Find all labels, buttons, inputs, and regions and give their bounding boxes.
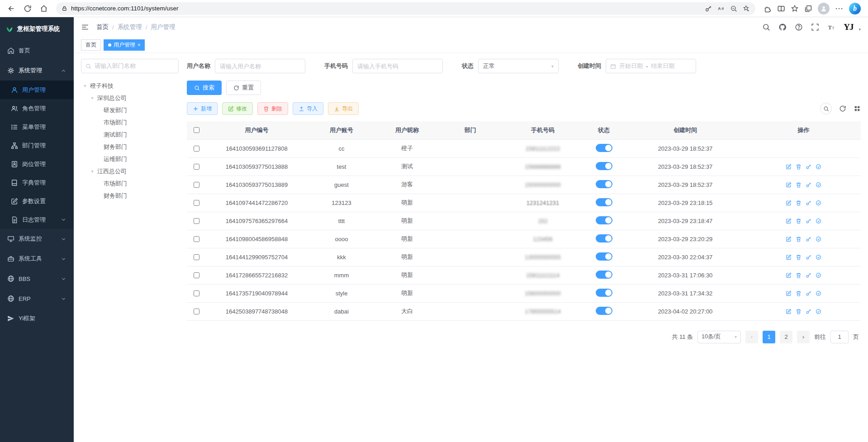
browser-back-button[interactable] xyxy=(5,2,18,15)
read-aloud-icon[interactable] xyxy=(717,5,725,12)
tab-home[interactable]: 首页 xyxy=(81,39,101,51)
tree-node-dept[interactable]: 运维部门 xyxy=(81,153,179,165)
sidebar-item-menu-mgmt[interactable]: 菜单管理 xyxy=(0,118,74,136)
sidebar-item-log-mgmt[interactable]: 日志管理 xyxy=(0,210,74,229)
row-edit-icon[interactable] xyxy=(786,200,792,206)
goto-page-input[interactable] xyxy=(830,331,849,343)
next-page-button[interactable]: › xyxy=(797,331,810,343)
row-assign-role-icon[interactable] xyxy=(816,254,821,260)
row-assign-role-icon[interactable] xyxy=(816,236,821,242)
sidebar-item-system-tools[interactable]: 系统工具 xyxy=(0,249,74,269)
tree-node-root[interactable]: ▾橙子科技 xyxy=(81,80,179,92)
sidebar-item-user-mgmt[interactable]: 用户管理 xyxy=(0,81,74,99)
row-delete-icon[interactable] xyxy=(796,290,802,296)
sidebar-item-bbs[interactable]: BBS xyxy=(0,269,74,289)
row-checkbox[interactable] xyxy=(194,164,199,170)
tree-node-dept[interactable]: 测试部门 xyxy=(81,128,179,141)
page-size-select[interactable]: 10条/页 ▾ xyxy=(697,331,741,343)
row-assign-role-icon[interactable] xyxy=(816,272,821,278)
dept-search-box[interactable]: 请输入部门名称 xyxy=(81,59,179,73)
row-reset-password-icon[interactable] xyxy=(806,290,811,296)
browser-profile-avatar[interactable] xyxy=(818,3,830,14)
help-icon[interactable] xyxy=(795,23,803,31)
row-assign-role-icon[interactable] xyxy=(816,182,821,188)
row-delete-icon[interactable] xyxy=(796,182,802,188)
user-avatar[interactable]: YJ xyxy=(844,22,853,32)
col-phone[interactable]: 手机号码 xyxy=(502,121,583,139)
browser-home-button[interactable] xyxy=(37,2,51,15)
collections-icon[interactable] xyxy=(804,5,812,13)
col-status[interactable]: 状态 xyxy=(583,121,624,139)
row-assign-role-icon[interactable] xyxy=(816,309,821,314)
browser-refresh-button[interactable] xyxy=(21,2,34,15)
saved-password-icon[interactable] xyxy=(705,5,712,12)
export-button[interactable]: 导出 xyxy=(328,102,359,115)
row-delete-icon[interactable] xyxy=(796,309,802,314)
tree-node-dept[interactable]: 市场部门 xyxy=(81,177,179,190)
row-edit-icon[interactable] xyxy=(786,272,792,278)
tab-user-mgmt[interactable]: 用户管理 × xyxy=(104,39,145,51)
row-checkbox[interactable] xyxy=(194,254,199,260)
row-checkbox[interactable] xyxy=(194,146,199,152)
status-toggle[interactable] xyxy=(596,252,612,261)
row-reset-password-icon[interactable] xyxy=(806,236,811,242)
status-toggle[interactable] xyxy=(596,307,612,315)
prev-page-button[interactable]: ‹ xyxy=(745,331,758,343)
table-search-toggle-icon[interactable] xyxy=(820,103,832,114)
table-columns-icon[interactable] xyxy=(854,105,861,112)
row-delete-icon[interactable] xyxy=(796,200,802,206)
tree-node-dept[interactable]: 财务部门 xyxy=(81,141,179,153)
import-button[interactable]: 导入 xyxy=(293,102,323,115)
extensions-icon[interactable] xyxy=(764,5,772,13)
delete-button[interactable]: 删除 xyxy=(257,102,288,115)
row-delete-icon[interactable] xyxy=(796,218,802,224)
sidebar-item-role-mgmt[interactable]: 角色管理 xyxy=(0,99,74,118)
status-toggle[interactable] xyxy=(596,289,612,297)
row-edit-icon[interactable] xyxy=(786,309,792,314)
add-button[interactable]: 新增 xyxy=(187,102,218,115)
row-edit-icon[interactable] xyxy=(786,182,792,188)
status-toggle[interactable] xyxy=(596,234,612,242)
row-reset-password-icon[interactable] xyxy=(806,200,811,206)
row-checkbox[interactable] xyxy=(194,272,199,278)
zoom-icon[interactable] xyxy=(730,5,737,12)
add-favorite-icon[interactable] xyxy=(743,5,750,12)
status-toggle[interactable] xyxy=(596,162,612,170)
breadcrumb-system[interactable]: 系统管理 xyxy=(118,23,142,31)
row-checkbox[interactable] xyxy=(194,218,199,224)
address-bar[interactable]: https://ccnetcore.com:1101/system/user xyxy=(56,2,755,15)
sidebar-item-system-monitor[interactable]: 系统监控 xyxy=(0,229,74,249)
row-delete-icon[interactable] xyxy=(796,236,802,242)
sidebar-item-dict-mgmt[interactable]: 字典管理 xyxy=(0,173,74,192)
row-delete-icon[interactable] xyxy=(796,164,802,170)
status-toggle[interactable] xyxy=(596,144,612,152)
sidebar-item-system-mgmt[interactable]: 系统管理 xyxy=(0,61,74,81)
search-button[interactable]: 搜索 xyxy=(187,81,222,95)
status-toggle[interactable] xyxy=(596,180,612,188)
row-checkbox[interactable] xyxy=(194,309,199,314)
url-text[interactable]: https://ccnetcore.com:1101/system/user xyxy=(71,5,701,12)
col-nickname[interactable]: 用户昵称 xyxy=(375,121,439,139)
col-dept[interactable]: 部门 xyxy=(439,121,502,139)
row-delete-icon[interactable] xyxy=(796,272,802,278)
tree-node-shenzhen[interactable]: ▾深圳总公司 xyxy=(81,92,179,104)
tree-node-dept[interactable]: 研发部门 xyxy=(81,104,179,116)
col-user-id[interactable]: 用户编号 xyxy=(206,121,308,139)
table-refresh-icon[interactable] xyxy=(839,105,846,112)
browser-more-icon[interactable]: ⋯ xyxy=(835,4,844,14)
col-account[interactable]: 用户账号 xyxy=(308,121,375,139)
row-assign-role-icon[interactable] xyxy=(816,164,821,170)
tree-node-dept[interactable]: 财务部门 xyxy=(81,190,179,202)
sidebar-item-post-mgmt[interactable]: 岗位管理 xyxy=(0,155,74,173)
status-select[interactable]: 正常 ▾ xyxy=(478,59,559,73)
row-reset-password-icon[interactable] xyxy=(806,182,811,188)
sidebar-item-home[interactable]: 首页 xyxy=(0,41,74,61)
row-edit-icon[interactable] xyxy=(786,290,792,296)
row-reset-password-icon[interactable] xyxy=(806,254,811,260)
row-edit-icon[interactable] xyxy=(786,218,792,224)
sidebar-item-yi-framework[interactable]: Yi框架 xyxy=(0,309,74,328)
split-screen-icon[interactable] xyxy=(777,5,785,13)
sidebar-item-erp[interactable]: ERP xyxy=(0,289,74,309)
row-checkbox[interactable] xyxy=(194,200,199,206)
row-assign-role-icon[interactable] xyxy=(816,218,821,224)
